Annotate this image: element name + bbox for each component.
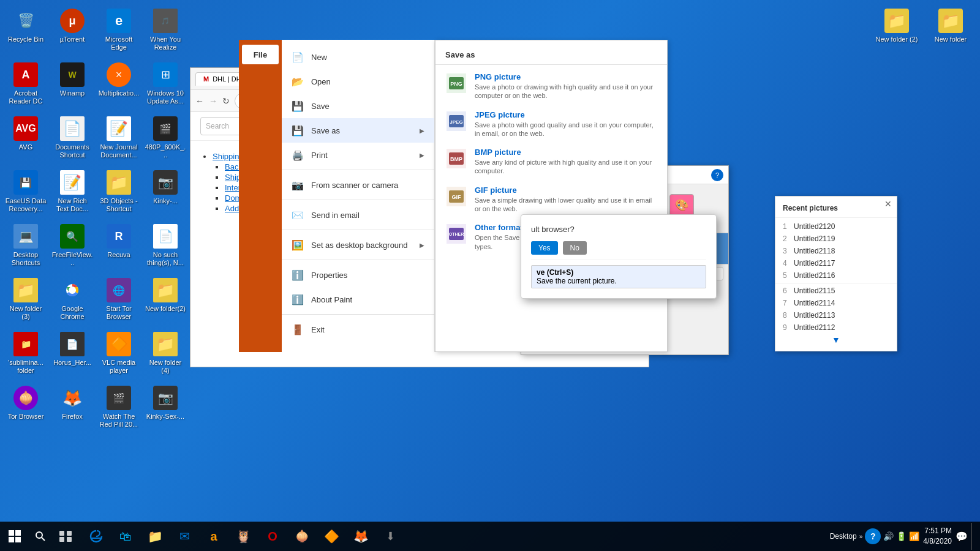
icon-new-journal[interactable]: 📝 New Journal Document...	[96, 113, 142, 167]
scanner-icon: 📷	[292, 179, 304, 191]
icon-recycle-bin[interactable]: 🗑️ Recycle Bin	[2, 5, 49, 59]
network-icon[interactable]: 📶	[909, 531, 919, 541]
icon-kinky-8[interactable]: 📷 Kinky-Sex-...	[142, 382, 189, 436]
icon-firefox[interactable]: 🦊 Firefox	[49, 382, 96, 436]
recent-item-9[interactable]: 9Untitled2112	[775, 321, 897, 334]
taskbar-opera-app[interactable]: O	[258, 522, 287, 550]
desktop-label[interactable]: Desktop	[830, 532, 857, 541]
taskbar-edge-app[interactable]	[82, 522, 110, 550]
menu-item-exit[interactable]: 🚪 Exit	[282, 317, 434, 342]
taskbar-task-view[interactable]	[51, 522, 80, 550]
saveas-png-title: PNG picture	[475, 72, 657, 81]
show-desktop-btn[interactable]	[971, 523, 975, 550]
taskbar-mail-app[interactable]: ✉	[170, 522, 198, 550]
icon-utorrent[interactable]: μ µTorrent	[49, 5, 96, 59]
recent-scroll-down[interactable]: ▼	[775, 334, 897, 346]
icon-horus[interactable]: 📄 Horus_Her...	[49, 328, 96, 382]
taskbar-uget-app[interactable]: ⬇	[376, 522, 404, 550]
taskbar-app-area: 🛍 📁 ✉ a 🦉 O 🧅 🔶 🦊 ⬇	[80, 522, 830, 551]
icon-winamp[interactable]: W Winamp	[49, 59, 96, 113]
saveas-gif[interactable]: GIF GIF picture Save a simple drawing wi…	[435, 181, 667, 219]
recent-item-2[interactable]: 2Untitled2119	[775, 233, 897, 245]
saveas-bmp[interactable]: BMP BMP picture Save any kind of picture…	[435, 143, 667, 181]
taskbar-store-app[interactable]: 🛍	[111, 522, 140, 550]
menu-item-properties[interactable]: ℹ️ Properties	[282, 263, 434, 287]
file-tab[interactable]: File	[242, 45, 279, 64]
icon-label-chrome: Google Chrome	[51, 305, 93, 321]
icon-tor-browser[interactable]: 🧅 Tor Browser	[2, 382, 49, 436]
menu-item-print[interactable]: 🖨️ Print ▶	[282, 143, 434, 167]
saveas-png[interactable]: PNG PNG picture Save a photo or drawing …	[435, 67, 667, 105]
recent-item-4[interactable]: 4Untitled2117	[775, 257, 897, 269]
battery-icon[interactable]: 🔋	[896, 531, 907, 541]
icon-kinky-4[interactable]: 📷 Kinky-...	[142, 167, 189, 220]
volume-icon[interactable]: 🔊	[883, 531, 894, 541]
menu-item-deskbg[interactable]: 🖼️ Set as desktop background ▶	[282, 233, 434, 257]
icon-freefileview[interactable]: 🔍 FreeFileView...	[49, 220, 96, 274]
recent-item-6[interactable]: 6Untitled2115	[775, 285, 897, 297]
taskbar-search-button[interactable]	[29, 522, 51, 551]
svg-rect-20	[15, 537, 21, 542]
icon-start-tor[interactable]: 🌐 Start Tor Browser	[96, 274, 142, 328]
icon-nosuch[interactable]: 📄 No such thing(s), N...	[142, 220, 189, 274]
icon-avg[interactable]: AVG AVG	[2, 113, 49, 167]
icon-subliminal[interactable]: 📁 'sublimina... folder	[2, 328, 49, 382]
expand-icon[interactable]: »	[859, 533, 863, 540]
icon-richtext[interactable]: 📝 New Rich Text Doc...	[49, 167, 96, 220]
taskbar-vlc-app[interactable]: 🔶	[317, 522, 345, 550]
taskbar-clock[interactable]: 7:51 PM 4/8/2020	[923, 526, 952, 547]
notification-icon[interactable]: 💬	[956, 531, 968, 542]
popup-no-button[interactable]: No	[563, 241, 587, 255]
icon-recuva[interactable]: R Recuva	[96, 220, 142, 274]
icon-new-folder-3[interactable]: 📁 New folder (3)	[2, 274, 49, 328]
icon-3dobj[interactable]: 📁 3D Objects - Shortcut	[96, 167, 142, 220]
help-circle[interactable]: ?	[865, 528, 881, 544]
taskbar-tor-app[interactable]: 🧅	[288, 522, 316, 550]
menu-item-about[interactable]: ℹ️ About Paint	[282, 287, 434, 312]
recent-close-btn[interactable]: ✕	[884, 199, 892, 209]
menu-item-open[interactable]: 📂 Open	[282, 69, 434, 94]
menu-item-scanner[interactable]: 📷 From scanner or camera	[282, 173, 434, 197]
icon-new-folder-corner-2[interactable]: 📁 New folder	[926, 5, 975, 59]
icon-easeus[interactable]: 💾 EaseUS Data Recovery...	[2, 167, 49, 220]
icon-label-tor: Tor Browser	[8, 413, 44, 421]
taskbar-explorer-app[interactable]: 📁	[141, 522, 169, 550]
recent-item-3[interactable]: 3Untitled2118	[775, 245, 897, 257]
menu-item-email[interactable]: ✉️ Send in email	[282, 203, 434, 227]
popup-yes-button[interactable]: Yes	[531, 241, 558, 255]
saveas-jpeg[interactable]: JPEG JPEG picture Save a photo with good…	[435, 105, 667, 143]
png-icon: PNG	[445, 72, 467, 94]
icon-new-folder-2[interactable]: 📁 New folder(2)	[142, 274, 189, 328]
save-icon: 💾	[292, 100, 304, 112]
taskbar-amazon-app[interactable]: a	[200, 522, 228, 550]
icon-desktop-shortcuts[interactable]: 💻 Desktop Shortcuts	[2, 220, 49, 274]
icon-new-folder-corner-1[interactable]: 📁 New folder (2)	[872, 5, 921, 59]
taskbar-firefox-app[interactable]: 🦊	[347, 522, 375, 550]
recent-item-5[interactable]: 5Untitled2116	[775, 269, 897, 282]
svg-text:JPEG: JPEG	[450, 119, 462, 125]
icon-documents[interactable]: 📄 Documents Shortcut	[49, 113, 96, 167]
forward-btn[interactable]: →	[209, 96, 217, 106]
start-button[interactable]	[0, 522, 29, 551]
menu-item-save[interactable]: 💾 Save	[282, 94, 434, 118]
recent-item-7[interactable]: 7Untitled2114	[775, 297, 897, 309]
recent-item-8[interactable]: 8Untitled2113	[775, 309, 897, 321]
saveas-gif-text: GIF picture Save a simple drawing with l…	[475, 186, 657, 214]
icon-google-chrome[interactable]: Google Chrome	[49, 274, 96, 328]
icon-vlc[interactable]: 🔶 VLC media player	[96, 328, 142, 382]
icon-win10[interactable]: ⊞ Windows 10 Update As...	[142, 59, 189, 113]
icon-edge[interactable]: e Microsoft Edge	[96, 5, 142, 59]
taskbar-tripadvisor-app[interactable]: 🦉	[229, 522, 257, 550]
menu-item-saveas[interactable]: 💾 Save as ▶	[282, 118, 434, 143]
icon-multiply[interactable]: × Multiplicatio...	[96, 59, 142, 113]
refresh-btn[interactable]: ↻	[222, 96, 230, 106]
icon-acrobat[interactable]: A Acrobat Reader DC	[2, 59, 49, 113]
icon-new-folder-4[interactable]: 📁 New folder (4)	[142, 328, 189, 382]
menu-item-new[interactable]: 📄 New	[282, 45, 434, 69]
desktop-corner-icons: 📁 New folder (2) 📁 New folder	[872, 5, 975, 59]
icon-watch[interactable]: 🎬 Watch The Red Pill 20...	[96, 382, 142, 436]
recent-item-1[interactable]: 1Untitled2120	[775, 220, 897, 233]
icon-when[interactable]: 🎵 When You Realize	[142, 5, 189, 59]
back-btn[interactable]: ←	[195, 96, 204, 106]
icon-480p[interactable]: 🎬 480P_600K_...	[142, 113, 189, 167]
